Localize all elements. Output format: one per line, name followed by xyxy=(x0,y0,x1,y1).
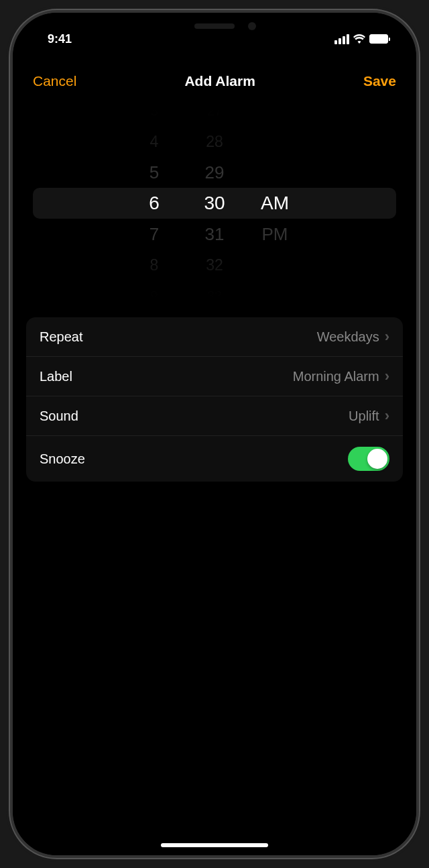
minute-picker[interactable]: 27 28 29 30 31 32 33 xyxy=(184,109,245,297)
notch xyxy=(147,13,282,37)
hour-picker[interactable]: 3 4 5 6 7 8 9 xyxy=(124,109,184,297)
sound-label: Sound xyxy=(40,409,78,424)
snooze-toggle[interactable] xyxy=(348,447,389,471)
chevron-right-icon: › xyxy=(385,368,389,385)
sound-value: Uplift xyxy=(349,409,379,424)
screen: 9:41 Cancel Add Alarm Save xyxy=(13,13,416,855)
battery-icon xyxy=(369,34,388,44)
status-time: 9:41 xyxy=(34,32,72,46)
snooze-row: Snooze xyxy=(26,436,403,482)
time-picker[interactable]: 3 4 5 6 7 8 9 27 28 29 30 31 32 33 xyxy=(33,109,396,297)
chevron-right-icon: › xyxy=(385,407,389,425)
phone-frame: 9:41 Cancel Add Alarm Save xyxy=(10,10,419,858)
status-indicators xyxy=(334,34,395,44)
label-label: Label xyxy=(40,369,72,384)
alarm-settings-list: Repeat Weekdays › Label Morning Alarm › … xyxy=(26,317,403,482)
navigation-bar: Cancel Add Alarm Save xyxy=(13,53,416,103)
repeat-row[interactable]: Repeat Weekdays › xyxy=(26,317,403,357)
save-button[interactable]: Save xyxy=(363,73,396,89)
repeat-value: Weekdays xyxy=(317,329,379,345)
chevron-right-icon: › xyxy=(385,328,389,345)
front-camera xyxy=(248,22,256,30)
home-indicator[interactable] xyxy=(161,843,268,847)
selected-period: AM xyxy=(258,188,292,219)
page-title: Add Alarm xyxy=(184,73,255,89)
snooze-label: Snooze xyxy=(40,451,85,467)
selected-minute: 30 xyxy=(198,188,231,219)
selected-hour: 6 xyxy=(137,188,171,219)
label-row[interactable]: Label Morning Alarm › xyxy=(26,357,403,396)
wifi-icon xyxy=(353,34,365,44)
period-picker[interactable]: - - - AM PM - - xyxy=(245,109,305,297)
label-value: Morning Alarm xyxy=(293,369,379,384)
repeat-label: Repeat xyxy=(40,329,83,345)
toggle-knob xyxy=(367,449,387,469)
speaker-grille xyxy=(194,23,235,29)
cancel-button[interactable]: Cancel xyxy=(33,73,76,89)
cellular-signal-icon xyxy=(334,34,349,44)
sound-row[interactable]: Sound Uplift › xyxy=(26,396,403,436)
